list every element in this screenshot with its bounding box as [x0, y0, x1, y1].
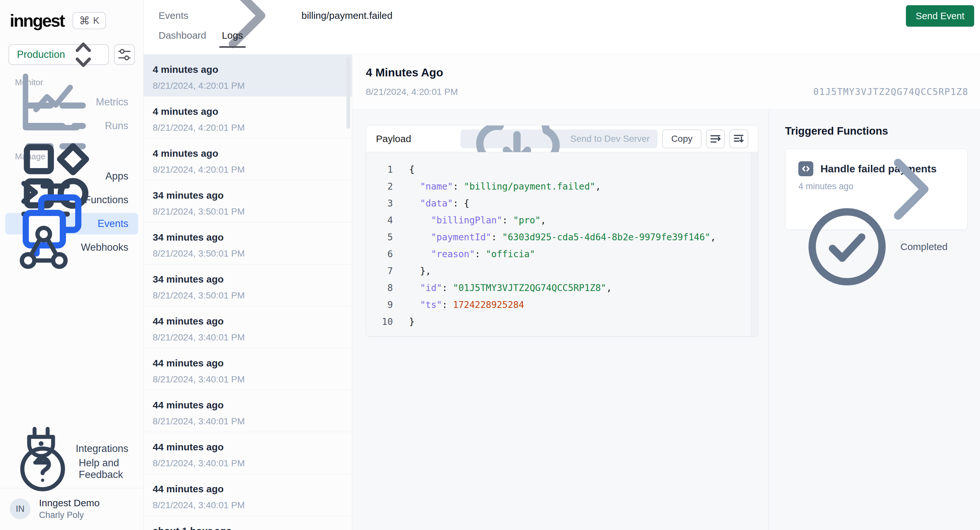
payload-column: Payload Send to Dev Server Copy [352, 110, 768, 530]
event-relative-time: 44 minutes ago [153, 399, 344, 411]
event-list-item[interactable]: 44 minutes ago 8/21/2024, 3:40:01 PM [144, 432, 352, 474]
code-line: 5 "paymentId": "6303d925-cda5-4d64-8b2e-… [366, 229, 758, 246]
event-detail: 4 Minutes Ago 8/21/2024, 4:20:01 PM 01J5… [352, 54, 980, 530]
payload-code[interactable]: 1 { 2 "name": "billing/payment.failed", … [366, 152, 758, 336]
triggered-functions-panel: Triggered Functions Handle failed paymen… [768, 110, 980, 530]
event-timestamp: 8/21/2024, 4:20:01 PM [153, 81, 344, 91]
payload-header: Payload Send to Dev Server Copy [366, 126, 758, 152]
command-k-shortcut[interactable]: ⌘K [72, 12, 106, 29]
event-relative-time: 4 minutes ago [153, 64, 344, 75]
code-text: "billingPlan": "pro", [393, 212, 546, 229]
sidebar-footer: Integrations Help and Feedback IN Innges… [0, 429, 143, 530]
sidebar: inngest ⌘K Production Monitor Metrics Ru… [0, 0, 144, 530]
sidebar-item-runs[interactable]: Runs [5, 115, 138, 137]
event-list-item[interactable]: 44 minutes ago 8/21/2024, 3:40:01 PM [144, 306, 352, 348]
triggered-function-card[interactable]: Handle failed payments 4 minutes ago Com… [785, 148, 968, 230]
sidebar-item-webhooks[interactable]: Webhooks [5, 237, 138, 258]
event-list-item[interactable]: 34 minutes ago 8/21/2024, 3:50:01 PM [144, 222, 352, 264]
event-timestamp: 8/21/2024, 3:40:01 PM [153, 458, 344, 469]
event-timestamp: 8/21/2024, 3:40:01 PM [153, 500, 344, 511]
code-line: 8 "id": "01J5TMY3VJTZ2QG74QCC5RP1Z8", [366, 279, 758, 297]
environment-settings-button[interactable] [114, 44, 135, 65]
send-to-dev-server-label: Send to Dev Server [570, 134, 649, 144]
environment-row: Production [8, 44, 135, 65]
event-relative-time: 34 minutes ago [153, 190, 344, 201]
event-detail-header: 4 Minutes Ago 8/21/2024, 4:20:01 PM 01J5… [352, 54, 980, 109]
code-text: "data": { [393, 195, 469, 212]
event-relative-time: 34 minutes ago [153, 231, 344, 243]
payload-title: Payload [376, 133, 411, 144]
command-k-letter: K [93, 15, 99, 26]
event-relative-time: 4 minutes ago [153, 148, 344, 159]
user-org: Inngest Demo [39, 498, 100, 509]
event-list-item[interactable]: 34 minutes ago 8/21/2024, 3:50:01 PM [144, 264, 352, 306]
event-relative-time: about 1 hour ago [153, 525, 344, 530]
code-line: 2 "name": "billing/payment.failed", [366, 178, 758, 195]
event-detail-subrow: 8/21/2024, 4:20:01 PM 01J5TMY3VJTZ2QG74Q… [366, 86, 968, 97]
line-number: 6 [366, 246, 393, 263]
chevron-right-icon [859, 140, 957, 238]
code-text: "ts": 1724228925284 [393, 297, 524, 313]
line-number: 8 [366, 279, 393, 297]
event-relative-time: 34 minutes ago [153, 273, 344, 285]
send-event-button[interactable]: Send Event [906, 5, 974, 27]
code-text: "name": "billing/payment.failed", [393, 178, 601, 195]
inngest-logo: inngest [10, 11, 64, 30]
event-list-item[interactable]: 44 minutes ago 8/21/2024, 3:40:01 PM [144, 390, 352, 432]
wrap-text-icon [709, 132, 722, 146]
code-text: } [393, 313, 415, 330]
code-line: 7 }, [366, 263, 758, 279]
copy-button[interactable]: Copy [662, 129, 702, 148]
code-text: "id": "01J5TMY3VJTZ2QG74QCC5RP1Z8", [393, 279, 612, 297]
line-number: 4 [366, 212, 393, 229]
sidebar-nav: Monitor Metrics Runs Manage Apps Functio… [0, 77, 143, 260]
event-detail-timestamp: 8/21/2024, 4:20:01 PM [366, 87, 458, 97]
user-menu[interactable]: IN Inngest Demo Charly Poly [10, 498, 134, 520]
tab-logs[interactable]: Logs [220, 28, 246, 48]
tab-dashboard[interactable]: Dashboard [159, 28, 206, 48]
event-list-item[interactable]: 4 minutes ago 8/21/2024, 4:20:01 PM [144, 54, 352, 97]
line-number: 10 [366, 313, 393, 330]
event-list-scrollbar[interactable] [346, 57, 350, 129]
scroll-to-bottom-button[interactable] [729, 129, 748, 148]
wrap-text-button[interactable] [706, 129, 725, 148]
event-relative-time: 4 minutes ago [153, 106, 344, 117]
environment-selector-value: Production [17, 49, 65, 61]
event-id: 01J5TMY3VJTZ2QG74QCC5RP1Z8 [813, 86, 968, 97]
topbar: Events billing/payment.failed Dashboard … [144, 0, 980, 54]
environment-selector[interactable]: Production [8, 44, 109, 65]
event-list-item[interactable]: 44 minutes ago 8/21/2024, 3:40:01 PM [144, 474, 352, 516]
send-to-dev-server-button[interactable]: Send to Dev Server [460, 129, 657, 148]
main-column: Events billing/payment.failed Dashboard … [144, 0, 980, 530]
function-code-icon [799, 161, 813, 176]
event-list-item[interactable]: about 1 hour ago [144, 516, 352, 530]
event-detail-body: Payload Send to Dev Server Copy [352, 109, 980, 530]
event-detail-title: 4 Minutes Ago [366, 66, 968, 79]
help-circle-icon [15, 441, 70, 496]
code-line: 9 "ts": 1724228925284 [366, 297, 758, 313]
sidebar-item-help-and-feedback[interactable]: Help and Feedback [5, 459, 138, 479]
code-line: 10 } [366, 313, 758, 330]
webhook-icon [15, 219, 72, 276]
payload-actions: Send to Dev Server Copy [460, 129, 748, 148]
event-timestamp: 8/21/2024, 3:50:01 PM [153, 206, 344, 217]
event-timestamp: 8/21/2024, 4:20:01 PM [153, 164, 344, 175]
code-text: "paymentId": "6303d925-cda5-4d64-8b2e-99… [393, 229, 716, 246]
code-line: 6 "reason": "officia" [366, 246, 758, 263]
event-list-item[interactable]: 34 minutes ago 8/21/2024, 3:50:01 PM [144, 180, 352, 222]
event-list: 4 minutes ago 8/21/2024, 4:20:01 PM 4 mi… [144, 54, 352, 530]
event-list-item[interactable]: 44 minutes ago 8/21/2024, 3:40:01 PM [144, 348, 352, 390]
breadcrumb-events-link[interactable]: Events [159, 10, 188, 21]
line-number: 3 [366, 195, 393, 212]
event-relative-time: 44 minutes ago [153, 358, 344, 369]
triggered-function-status-label: Completed [900, 241, 948, 252]
logo-row: inngest ⌘K [10, 8, 134, 32]
event-list-item[interactable]: 4 minutes ago 8/21/2024, 4:20:01 PM [144, 97, 352, 139]
event-list-item[interactable]: 4 minutes ago 8/21/2024, 4:20:01 PM [144, 139, 352, 180]
payload-card: Payload Send to Dev Server Copy [366, 125, 758, 337]
content: 4 minutes ago 8/21/2024, 4:20:01 PM 4 mi… [144, 54, 980, 530]
event-timestamp: 8/21/2024, 4:20:01 PM [153, 123, 344, 133]
event-timestamp: 8/21/2024, 3:40:01 PM [153, 332, 344, 343]
code-scrollbar[interactable] [751, 152, 758, 336]
breadcrumb-current: billing/payment.failed [302, 10, 393, 21]
